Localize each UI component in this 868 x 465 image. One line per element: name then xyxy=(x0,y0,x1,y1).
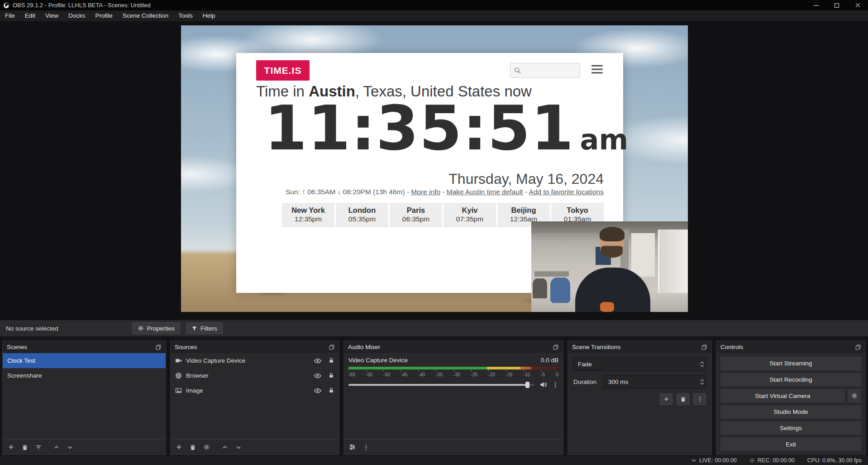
source-item-browser[interactable]: Browser xyxy=(171,368,339,383)
remove-scene-button[interactable] xyxy=(22,444,28,451)
filters-button[interactable]: Filters xyxy=(186,322,223,334)
chevron-up-down-icon xyxy=(700,361,704,367)
audio-mixer-body: Video Capture Device 0.0 dB -60 -55 -50 … xyxy=(344,353,563,439)
timeis-search-box xyxy=(510,63,580,78)
mixer-menu-dots-icon[interactable] xyxy=(363,444,369,451)
add-source-button[interactable] xyxy=(176,444,182,451)
scenes-list: Clock Test Screenshare xyxy=(3,353,166,439)
minimize-button[interactable] xyxy=(806,0,826,10)
lock-icon[interactable] xyxy=(328,372,334,379)
visibility-eye-icon[interactable] xyxy=(314,357,321,364)
menu-item-file[interactable]: File xyxy=(0,10,20,21)
cpu-status: CPU: 0.6%, 30.00 fps xyxy=(807,457,862,464)
start-virtual-camera-button[interactable]: Start Virtual Camera xyxy=(720,388,845,403)
remove-source-button[interactable] xyxy=(190,444,196,451)
add-transition-button[interactable] xyxy=(660,393,672,405)
controls-panel-header[interactable]: Controls xyxy=(716,341,865,353)
camera-icon xyxy=(175,357,182,364)
make-default-link: Make Austin time default xyxy=(447,188,523,196)
audio-mixer-header[interactable]: Audio Mixer xyxy=(344,341,563,353)
meter-ticks xyxy=(348,370,558,372)
filter-icon xyxy=(191,326,197,331)
add-favorite-link: Add to favorite locations xyxy=(529,188,604,196)
move-source-up-button[interactable] xyxy=(222,444,228,451)
menu-item-edit[interactable]: Edit xyxy=(20,10,40,21)
menu-item-help[interactable]: Help xyxy=(198,10,220,21)
advanced-audio-sliders-icon[interactable] xyxy=(349,444,356,451)
timeis-logo: TIME.IS xyxy=(256,60,310,81)
duration-label: Duration xyxy=(573,379,596,385)
scene-item-screenshare[interactable]: Screenshare xyxy=(3,368,166,383)
transition-properties-dots-button[interactable] xyxy=(693,393,706,405)
sources-panel-header[interactable]: Sources xyxy=(171,341,339,353)
move-source-down-button[interactable] xyxy=(235,444,242,451)
menu-bar: File Edit View Docks Profile Scene Colle… xyxy=(0,10,868,21)
preview-canvas[interactable]: TIME.IS Time in Austin, Texas, United St… xyxy=(181,25,688,312)
lock-icon[interactable] xyxy=(328,357,334,364)
remove-transition-button[interactable] xyxy=(677,393,689,405)
transition-select[interactable]: Fade xyxy=(573,358,706,371)
speaker-icon[interactable] xyxy=(539,381,547,388)
properties-button[interactable]: Properties xyxy=(132,322,181,334)
search-input xyxy=(524,67,573,74)
move-scene-down-button[interactable] xyxy=(67,444,73,451)
menu-item-view[interactable]: View xyxy=(40,10,63,21)
scenes-panel-header[interactable]: Scenes xyxy=(3,341,166,353)
visibility-eye-icon[interactable] xyxy=(314,372,321,379)
mixer-channel-name: Video Capture Device xyxy=(348,357,408,364)
webcam-chair xyxy=(533,278,547,298)
scene-transitions-panel: Scene Transitions Fade Duration 300 ms xyxy=(568,340,712,455)
start-recording-button[interactable]: Start Recording xyxy=(720,373,862,387)
search-icon xyxy=(514,67,521,74)
dock-popout-icon xyxy=(155,344,162,350)
person-jacket-detail xyxy=(600,302,614,312)
add-scene-button[interactable] xyxy=(8,444,14,451)
preview-area: TIME.IS Time in Austin, Texas, United St… xyxy=(0,21,868,320)
hamburger-menu-icon xyxy=(591,65,603,74)
menu-item-tools[interactable]: Tools xyxy=(173,10,198,21)
dock-popout-icon xyxy=(701,344,707,350)
sources-panel: Sources Video Capture Device xyxy=(170,340,339,455)
record-icon xyxy=(749,458,755,463)
scene-filters-button[interactable] xyxy=(35,444,42,451)
menu-item-docks[interactable]: Docks xyxy=(63,10,91,21)
move-scene-up-button[interactable] xyxy=(53,444,60,451)
world-clock-tile: New York 12:35pm xyxy=(282,203,334,227)
settings-button[interactable]: Settings xyxy=(720,421,862,436)
source-item-image[interactable]: Image xyxy=(171,383,339,398)
timeis-date: Thursday, May 16, 2024 xyxy=(448,171,604,187)
mixer-options-dots-icon[interactable] xyxy=(552,382,558,388)
menu-item-profile[interactable]: Profile xyxy=(91,10,118,21)
scene-item-clock-test[interactable]: Clock Test xyxy=(3,353,166,368)
visibility-eye-icon[interactable] xyxy=(314,387,321,394)
maximize-button[interactable] xyxy=(826,0,847,10)
window-titlebar[interactable]: OBS 29.1.2 - Profile: LLHLS BETA - Scene… xyxy=(0,0,868,10)
virtual-camera-settings-button[interactable] xyxy=(847,388,862,403)
studio-mode-button[interactable]: Studio Mode xyxy=(720,405,862,419)
source-properties-gear-button[interactable] xyxy=(203,444,210,451)
volume-meter xyxy=(348,367,558,369)
volume-slider[interactable] xyxy=(348,384,534,386)
source-toolbar: No source selected Properties Filters xyxy=(0,320,868,336)
gear-icon xyxy=(138,325,144,331)
dock-area: Scenes Clock Test Screenshare xyxy=(2,340,866,455)
close-button[interactable] xyxy=(847,0,868,10)
volume-slider-handle[interactable] xyxy=(525,382,529,388)
transitions-panel-header[interactable]: Scene Transitions xyxy=(568,341,711,353)
start-streaming-button[interactable]: Start Streaming xyxy=(720,356,862,371)
audio-mixer-toolbar xyxy=(344,439,563,455)
chevron-up-down-icon[interactable] xyxy=(700,379,704,385)
rec-status: REC: 00:00:00 xyxy=(749,457,795,464)
meter-scale: -60 -55 -50 -45 -40 -35 -30 -25 -20 -15 … xyxy=(348,372,558,377)
globe-icon xyxy=(175,372,182,379)
broadcast-icon xyxy=(691,458,696,463)
source-status-text: No source selected xyxy=(6,325,58,332)
duration-spinbox[interactable]: 300 ms xyxy=(604,375,706,388)
lock-icon[interactable] xyxy=(328,387,334,394)
source-item-video-capture[interactable]: Video Capture Device xyxy=(171,353,339,368)
exit-button[interactable]: Exit xyxy=(720,437,862,451)
menu-item-scene-collection[interactable]: Scene Collection xyxy=(118,10,173,21)
window-title: OBS 29.1.2 - Profile: LLHLS BETA - Scene… xyxy=(13,2,151,9)
gear-icon xyxy=(851,393,858,399)
person-hair xyxy=(600,227,625,241)
